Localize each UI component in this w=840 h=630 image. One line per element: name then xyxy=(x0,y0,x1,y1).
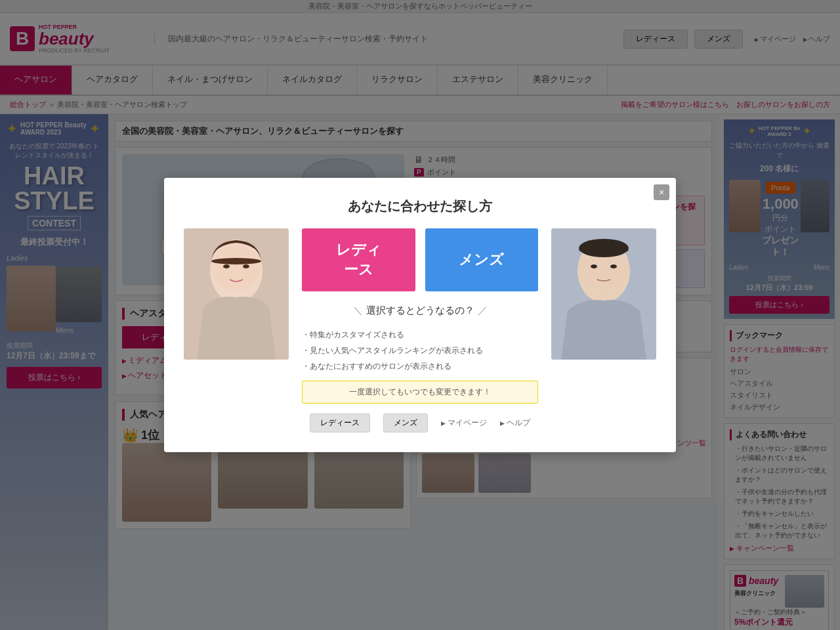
svg-point-6 xyxy=(211,245,261,291)
modal-ladies-button[interactable]: レディース xyxy=(302,228,415,291)
benefit-2: 見たい人気ヘアスタイルランキングが表示される xyxy=(302,343,538,358)
modal-title: あなたに合わせた探し方 xyxy=(184,198,656,215)
modal-bottom: レディース メンズ マイページ ヘルプ xyxy=(302,413,538,432)
man-svg xyxy=(551,228,656,360)
svg-point-8 xyxy=(223,264,230,268)
modal-woman-image xyxy=(184,228,289,360)
modal-mens-button[interactable]: メンズ xyxy=(425,228,539,291)
modal-bottom-mens[interactable]: メンズ xyxy=(383,413,428,432)
modal-note: 一度選択してもいつでも変更できます！ xyxy=(302,381,538,404)
modal-center-content: レディース メンズ 選択するとどうなるの？ 特集がカスタマイズされる 見たい人気… xyxy=(302,228,538,432)
modal-close-button[interactable]: × xyxy=(654,184,669,200)
modal-mypage-link[interactable]: マイページ xyxy=(441,417,487,429)
modal-overlay[interactable]: × あなたに合わせた探し方 xyxy=(0,0,840,630)
woman-svg xyxy=(184,228,289,360)
svg-point-7 xyxy=(211,258,261,264)
svg-point-9 xyxy=(243,264,249,268)
modal-help-link[interactable]: ヘルプ xyxy=(500,417,530,429)
modal-bottom-ladies[interactable]: レディース xyxy=(310,413,370,432)
modal-man-image xyxy=(551,228,656,360)
modal-gender-buttons: レディース メンズ xyxy=(302,228,538,291)
modal-question: 選択するとどうなるの？ xyxy=(302,304,538,317)
modal-benefits: 特集がカスタマイズされる 見たい人気ヘアスタイルランキングが表示される あなたに… xyxy=(302,327,538,374)
modal-box: × あなたに合わせた探し方 xyxy=(164,178,676,452)
svg-point-13 xyxy=(579,239,629,257)
modal-content: レディース メンズ 選択するとどうなるの？ 特集がカスタマイズされる 見たい人気… xyxy=(184,228,656,432)
svg-point-14 xyxy=(591,264,597,268)
benefit-3: あなたにおすすめのサロンが表示される xyxy=(302,358,538,374)
svg-point-15 xyxy=(610,264,617,268)
benefit-1: 特集がカスタマイズされる xyxy=(302,327,538,343)
